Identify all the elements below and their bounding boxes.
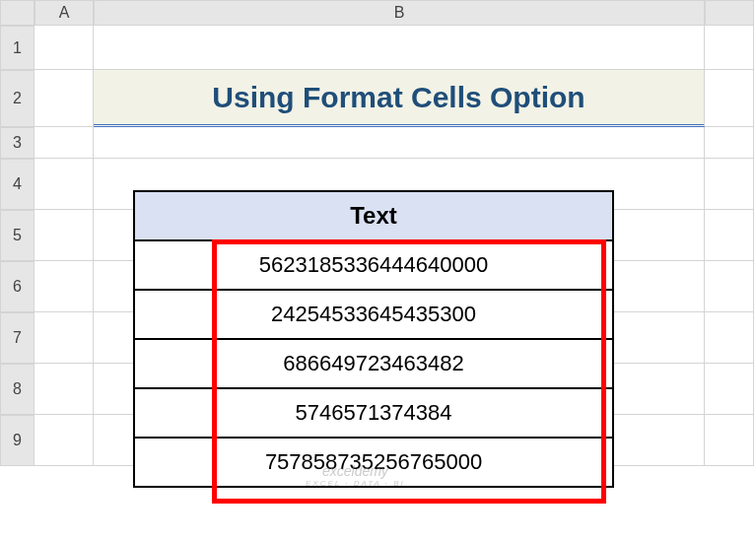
- cell-A2[interactable]: [34, 70, 94, 127]
- cell-C1[interactable]: [705, 26, 754, 70]
- select-all-corner[interactable]: [0, 0, 34, 26]
- row-header-5[interactable]: 5: [0, 210, 34, 261]
- row-header-1[interactable]: 1: [0, 26, 34, 70]
- table-row[interactable]: 5623185336444640000: [133, 241, 614, 291]
- table-row[interactable]: 5746571374384: [133, 389, 614, 439]
- row-header-4[interactable]: 4: [0, 159, 34, 210]
- cell-B2-title[interactable]: Using Format Cells Option: [94, 70, 705, 127]
- watermark-main: exceldemy: [306, 463, 405, 479]
- cell-C7[interactable]: [705, 312, 754, 364]
- cell-A4[interactable]: [34, 159, 94, 210]
- cell-A3[interactable]: [34, 127, 94, 159]
- cell-A7[interactable]: [34, 312, 94, 364]
- cell-A9[interactable]: [34, 415, 94, 466]
- table-row[interactable]: 24254533645435300: [133, 291, 614, 340]
- data-table: Text 5623185336444640000 242545336454353…: [133, 190, 614, 488]
- row-header-8[interactable]: 8: [0, 364, 34, 415]
- cell-C3[interactable]: [705, 127, 754, 159]
- column-header-C[interactable]: [705, 0, 754, 26]
- table-header[interactable]: Text: [133, 190, 614, 241]
- cell-B1[interactable]: [94, 26, 705, 70]
- cell-C5[interactable]: [705, 210, 754, 261]
- column-header-A[interactable]: A: [34, 0, 94, 26]
- cell-A8[interactable]: [34, 364, 94, 415]
- row-header-7[interactable]: 7: [0, 312, 34, 364]
- cell-A1[interactable]: [34, 26, 94, 70]
- row-header-2[interactable]: 2: [0, 70, 34, 127]
- row-header-3[interactable]: 3: [0, 127, 34, 159]
- cell-A5[interactable]: [34, 210, 94, 261]
- cell-C9[interactable]: [705, 415, 754, 466]
- title-text: Using Format Cells Option: [212, 81, 584, 114]
- watermark-sub: EXCEL · DATA · BI: [306, 479, 405, 488]
- cell-C8[interactable]: [705, 364, 754, 415]
- row-header-9[interactable]: 9: [0, 415, 34, 466]
- cell-C2[interactable]: [705, 70, 754, 127]
- cell-B3[interactable]: [94, 127, 705, 159]
- watermark: exceldemy EXCEL · DATA · BI: [306, 463, 405, 488]
- cell-A6[interactable]: [34, 261, 94, 312]
- cell-C6[interactable]: [705, 261, 754, 312]
- table-row[interactable]: 686649723463482: [133, 340, 614, 389]
- row-header-6[interactable]: 6: [0, 261, 34, 312]
- cell-C4[interactable]: [705, 159, 754, 210]
- column-header-B[interactable]: B: [94, 0, 705, 26]
